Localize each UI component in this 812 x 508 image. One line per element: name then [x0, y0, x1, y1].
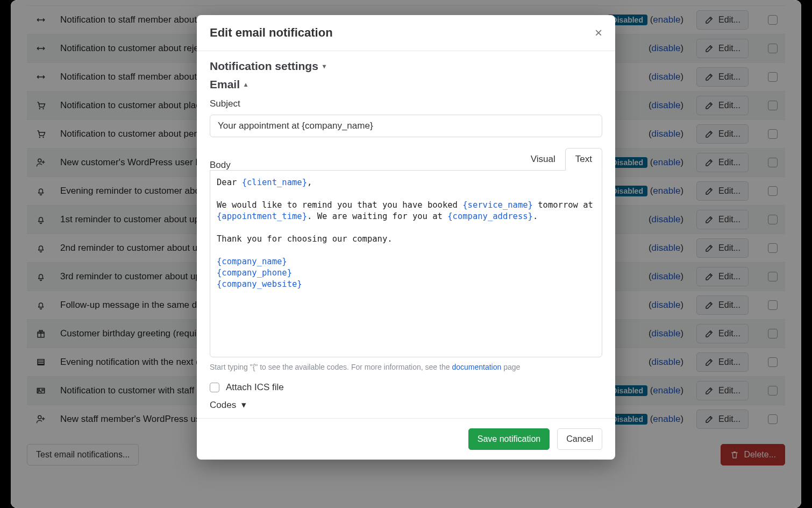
section-label: Email	[210, 78, 240, 91]
subject-label: Subject	[210, 98, 602, 109]
attach-ics-checkbox[interactable]: Attach ICS file	[210, 382, 602, 393]
chevron-up-icon: ▴	[244, 81, 247, 88]
chevron-down-icon: ▾	[323, 62, 326, 70]
section-label: Codes	[210, 400, 236, 411]
cancel-button[interactable]: Cancel	[557, 428, 602, 450]
body-label: Body	[210, 160, 231, 171]
body-editor[interactable]: Dear {client_name}, We would like to rem…	[210, 170, 602, 357]
template-code: {service_name}	[462, 200, 533, 210]
template-code: {client_name}	[242, 178, 307, 187]
close-icon[interactable]: ×	[595, 26, 602, 39]
modal-title: Edit email notification	[210, 26, 333, 40]
checkbox-icon	[210, 383, 219, 392]
template-code: {company_website}	[217, 279, 302, 289]
email-section-toggle[interactable]: Email ▴	[210, 78, 602, 91]
section-label: Notification settings	[210, 60, 318, 73]
attach-ics-label: Attach ICS file	[226, 382, 284, 393]
tab-text[interactable]: Text	[565, 148, 602, 171]
codes-hint: Start typing "{" to see the available co…	[210, 363, 602, 371]
subject-input[interactable]	[210, 115, 602, 137]
codes-toggle[interactable]: Codes ▾	[210, 399, 602, 411]
tab-visual[interactable]: Visual	[521, 148, 565, 171]
documentation-link[interactable]: documentation	[452, 363, 501, 371]
chevron-down-icon: ▾	[241, 399, 246, 411]
modal-header: Edit email notification ×	[197, 15, 615, 51]
template-code: {company_address}	[447, 211, 533, 221]
modal-body: Notification settings ▾ Email ▴ Subject …	[197, 51, 615, 418]
template-code: {company_name}	[217, 257, 287, 266]
template-code: {company_phone}	[217, 268, 292, 278]
editor-tabs: Visual Text	[521, 148, 602, 171]
edit-notification-modal: Edit email notification × Notification s…	[197, 15, 615, 460]
save-button[interactable]: Save notification	[468, 428, 550, 450]
modal-footer: Save notification Cancel	[197, 418, 615, 460]
notification-settings-toggle[interactable]: Notification settings ▾	[210, 60, 602, 73]
template-code: {appointment_time}	[217, 211, 307, 221]
